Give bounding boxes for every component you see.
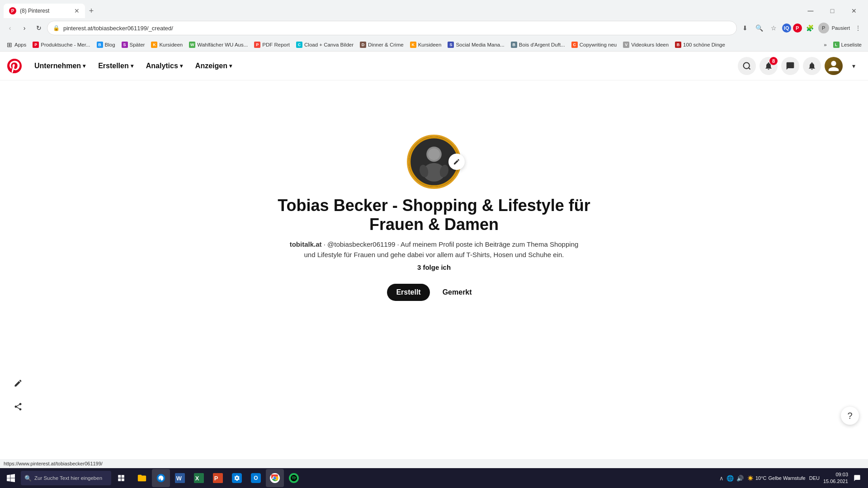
extensions-icon[interactable]: 🧩	[804, 22, 816, 34]
bookmark-14[interactable]: B 100 schöne Dinge	[672, 41, 728, 49]
bookmark-1[interactable]: P Produktsuche - Mer...	[30, 41, 93, 49]
profile-website: tobitalk.at	[290, 240, 322, 248]
notifications-button[interactable]: 8	[760, 57, 778, 75]
taskbar-date-display: 15.06.2021	[823, 478, 848, 485]
nav-label-erstellen: Erstellen	[98, 62, 129, 70]
nav-label-anzeigen: Anzeigen	[195, 62, 227, 70]
taskbar-edge-button[interactable]	[152, 469, 170, 487]
share-button[interactable]	[9, 398, 27, 416]
nav-item-analytics[interactable]: Analytics ▾	[141, 58, 188, 74]
more-options-icon[interactable]: ⋮	[852, 22, 864, 34]
notification-center-button[interactable]	[852, 473, 863, 483]
download-icon[interactable]: ⬇	[739, 22, 751, 34]
extension-icon[interactable]: P	[793, 23, 802, 33]
tab-erstellt[interactable]: Erstellt	[387, 284, 429, 301]
nav-menu: Unternehmen ▾ Erstellen ▾ Analytics ▾ An…	[29, 58, 734, 74]
weather-temp: 10°C	[755, 475, 767, 481]
chevron-down-icon-analytics: ▾	[180, 63, 183, 69]
powerpoint-icon: P	[213, 473, 223, 483]
new-tab-button[interactable]: +	[85, 5, 98, 17]
apps-grid-icon: ⊞	[6, 42, 13, 48]
taskbar-settings-button[interactable]	[228, 469, 246, 487]
search-button[interactable]	[738, 57, 756, 75]
minimize-button[interactable]: ─	[800, 4, 821, 18]
volume-icon[interactable]: 🔊	[736, 475, 744, 482]
weather-indicator[interactable]: ☀️ 10°C Gelbe Warnstufe	[747, 475, 806, 481]
chevron-down-icon-unternehmen: ▾	[83, 63, 85, 69]
taskbar-explorer-button[interactable]	[133, 469, 151, 487]
bookmark-label-12: Copywriting neu	[580, 42, 617, 47]
search-page-icon[interactable]: 🔍	[753, 22, 766, 34]
updates-button[interactable]	[803, 57, 821, 75]
avatar-wrapper	[407, 135, 461, 189]
chevron-down-icon-anzeigen: ▾	[229, 63, 232, 69]
bookmark-5[interactable]: W Wahlfächer WU Aus...	[186, 41, 250, 49]
tab-favicon: P	[9, 7, 16, 14]
language-indicator[interactable]: DEU	[809, 475, 820, 481]
bookmark-11[interactable]: B Bois d'Argent Duft...	[508, 41, 568, 49]
bookmark-3[interactable]: S Später	[119, 41, 148, 49]
close-button[interactable]: ✕	[844, 4, 864, 18]
bookmark-13[interactable]: V Videokurs Ideen	[620, 41, 671, 49]
profile-label: Pausiert	[832, 25, 850, 31]
profile-icon[interactable]: P	[818, 23, 829, 33]
bookmark-10[interactable]: S Social Media Mana...	[445, 41, 507, 49]
browser-chrome: P (8) Pinterest ✕ + ─ □ ✕ ‹ › ↻ 🔒 pinter…	[0, 0, 868, 52]
bookmark-4[interactable]: K Kursideen	[148, 41, 185, 49]
bio-separator: ·	[324, 240, 327, 248]
task-view-button[interactable]	[112, 469, 130, 487]
tab-title: (8) Pinterest	[20, 8, 71, 14]
taskbar-chrome-button[interactable]	[266, 469, 284, 487]
bookmark-favicon-2: B	[97, 42, 103, 48]
taskbar-outlook-button[interactable]: O	[247, 469, 265, 487]
edit-button[interactable]	[9, 374, 27, 392]
account-avatar-button[interactable]	[825, 57, 843, 75]
nav-item-erstellen[interactable]: Erstellen ▾	[93, 58, 139, 74]
settings-icon	[232, 473, 242, 483]
taskbar-excel-button[interactable]: X	[190, 469, 208, 487]
messages-button[interactable]	[781, 57, 799, 75]
bookmarks-apps[interactable]: ⊞ Apps	[4, 41, 29, 49]
taskbar-search[interactable]: 🔍 Zur Suche Text hier eingeben	[21, 471, 111, 485]
more-bookmarks-button[interactable]: »	[821, 41, 829, 48]
edit-profile-button[interactable]	[448, 154, 465, 170]
bookmark-label-10: Social Media Mana...	[456, 42, 504, 47]
back-button[interactable]: ‹	[4, 22, 16, 34]
browser-tab-pinterest[interactable]: P (8) Pinterest ✕	[4, 4, 85, 18]
reload-button[interactable]: ↻	[33, 22, 45, 34]
windows-logo-icon	[7, 474, 15, 482]
chevron-up-icon[interactable]: ∧	[719, 475, 724, 482]
bookmark-9[interactable]: K Kursideen	[407, 41, 444, 49]
bottom-toolbar	[9, 374, 27, 416]
chrome-icon	[270, 473, 280, 483]
account-dropdown-button[interactable]: ▾	[846, 59, 861, 73]
tab-gemerkt[interactable]: Gemerkt	[434, 284, 481, 301]
sync-icon[interactable]: IQ	[782, 23, 791, 33]
taskbar-spotify-button[interactable]	[285, 469, 303, 487]
maximize-button[interactable]: □	[822, 4, 843, 18]
bookmark-star-icon[interactable]: ☆	[768, 22, 780, 34]
forward-button[interactable]: ›	[18, 22, 31, 34]
taskbar-powerpoint-button[interactable]: P	[209, 469, 227, 487]
bookmark-15[interactable]: L Leseliste	[830, 41, 864, 49]
address-bar[interactable]: 🔒 pinterest.at/tobiasbecker061199/_creat…	[47, 21, 737, 35]
taskbar-word-button[interactable]: W	[171, 469, 189, 487]
pinterest-logo-icon	[7, 59, 22, 73]
start-button[interactable]	[2, 469, 20, 487]
network-icon[interactable]: 🌐	[726, 475, 734, 482]
bookmark-7[interactable]: C Cload + Canva Bilder	[293, 41, 356, 49]
pinterest-logo[interactable]	[7, 59, 22, 73]
nav-item-anzeigen[interactable]: Anzeigen ▾	[190, 58, 237, 74]
nav-item-unternehmen[interactable]: Unternehmen ▾	[29, 58, 91, 74]
taskbar-search-icon: 🔍	[24, 475, 32, 482]
help-button[interactable]: ?	[841, 407, 859, 425]
bookmark-favicon-7: C	[296, 42, 302, 48]
tab-close-button[interactable]: ✕	[74, 7, 80, 14]
bookmark-12[interactable]: C Copywriting neu	[569, 41, 619, 49]
page-content: Tobias Becker - Shopping & Lifestyle für…	[0, 80, 868, 488]
bookmark-6[interactable]: P PDF Report	[251, 41, 292, 49]
taskbar-clock[interactable]: 09:03 15.06.2021	[823, 471, 848, 485]
profile-bio: tobitalk.at · @tobiasbecker061199 · Auf …	[287, 239, 581, 260]
bookmark-2[interactable]: B Blog	[94, 41, 118, 49]
bookmark-8[interactable]: D Dinner & Crime	[357, 41, 406, 49]
